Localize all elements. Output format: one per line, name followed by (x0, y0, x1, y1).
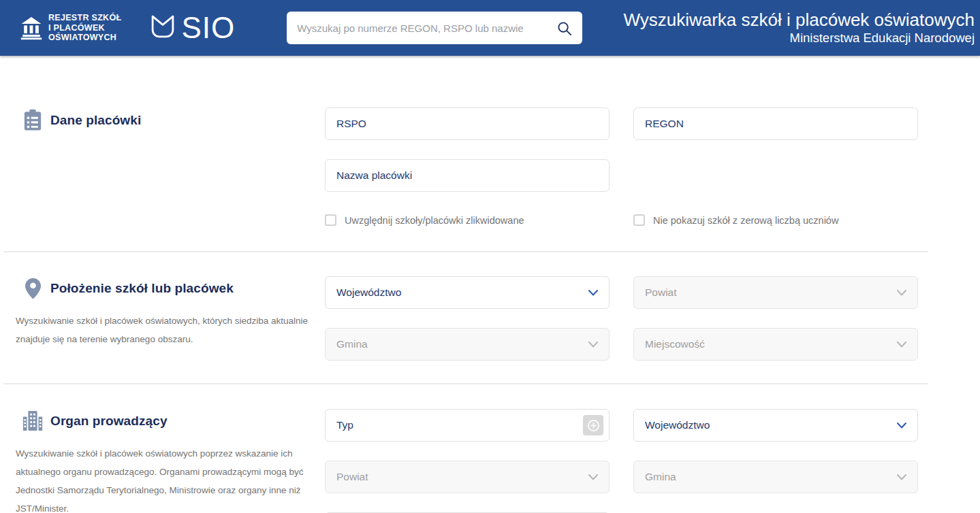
regon-field[interactable] (633, 107, 918, 140)
clipboard-icon (22, 109, 44, 131)
chevron-down-icon (588, 474, 598, 480)
polozenie-miejscowosc-select[interactable]: Miejscowość (633, 328, 918, 361)
polozenie-powiat-select[interactable]: Powiat (633, 276, 918, 309)
sio-logo-text: SIO (181, 13, 235, 43)
section-divider (3, 383, 928, 384)
organ-powiat-select[interactable]: Powiat (325, 461, 610, 493)
rspo-logo[interactable]: REJESTR SZKÓŁ I PLACÓWEK OŚWIATOWYCH (20, 13, 121, 43)
checkbox-zerowa-liczba[interactable]: Nie pokazuj szkół z zerową liczbą ucznió… (633, 214, 918, 226)
chevron-down-icon (897, 474, 906, 480)
organ-typ-field[interactable] (325, 409, 610, 442)
plus-circle-icon[interactable] (583, 415, 603, 435)
chevron-down-icon (588, 342, 598, 348)
polozenie-gmina-select[interactable]: Gmina (325, 328, 610, 361)
sio-logo[interactable]: SIO (148, 12, 235, 44)
office-building-icon (22, 410, 44, 432)
section-description: Wyszukiwanie szkół i placówek oświatowyc… (16, 312, 314, 348)
polozenie-wojewodztwo-select[interactable]: Województwo (325, 276, 610, 309)
chevron-down-icon (588, 290, 598, 296)
checkbox-icon[interactable] (325, 214, 336, 226)
search-icon[interactable] (555, 19, 573, 37)
section-description: Wyszukiwanie szkół i placówek oświatowyc… (16, 444, 314, 513)
rspo-field[interactable] (325, 107, 610, 140)
chevron-down-icon (897, 290, 906, 296)
open-book-icon (148, 12, 177, 44)
chevron-down-icon (897, 342, 906, 348)
checkbox-icon[interactable] (633, 214, 645, 226)
page-title: Wyszukiwarka szkół i placówek oświatowyc… (623, 10, 975, 46)
organ-typ-field-wrap (325, 409, 610, 442)
header-search (287, 12, 582, 44)
app-header: REJESTR SZKÓŁ I PLACÓWEK OŚWIATOWYCH SIO… (0, 0, 980, 56)
page-title-main: Wyszukiwarka szkół i placówek oświatowyc… (623, 10, 975, 30)
section-title: Położenie szkół lub placówek (50, 281, 234, 296)
section-title: Organ prowadzący (50, 414, 168, 429)
map-pin-icon (22, 278, 44, 299)
section-polozenie: Położenie szkół lub placówek Wyszukiwani… (0, 276, 980, 361)
organ-gmina-select[interactable]: Gmina (633, 461, 918, 493)
section-divider (3, 251, 928, 252)
organ-wojewodztwo-select[interactable]: Województwo (633, 409, 918, 442)
classical-building-icon (20, 13, 42, 43)
search-input[interactable] (297, 22, 555, 34)
search-form: Dane placówki Uwzględnij szkoły/placówki… (0, 56, 980, 513)
chevron-down-icon (897, 423, 906, 429)
rspo-logo-text: REJESTR SZKÓŁ I PLACÓWEK OŚWIATOWYCH (48, 13, 121, 43)
section-organ-prowadzacy: Organ prowadzący Wyszukiwanie szkół i pl… (0, 409, 980, 513)
section-dane-placowki: Dane placówki Uwzględnij szkoły/placówki… (0, 107, 980, 226)
page-title-sub: Ministerstwa Edukacji Narodowej (623, 30, 975, 46)
nazwa-placowki-field[interactable] (325, 159, 610, 192)
section-title: Dane placówki (50, 113, 141, 128)
checkbox-zlikwidowane[interactable]: Uwzględnij szkoły/placówki zlikwidowane (325, 214, 610, 226)
